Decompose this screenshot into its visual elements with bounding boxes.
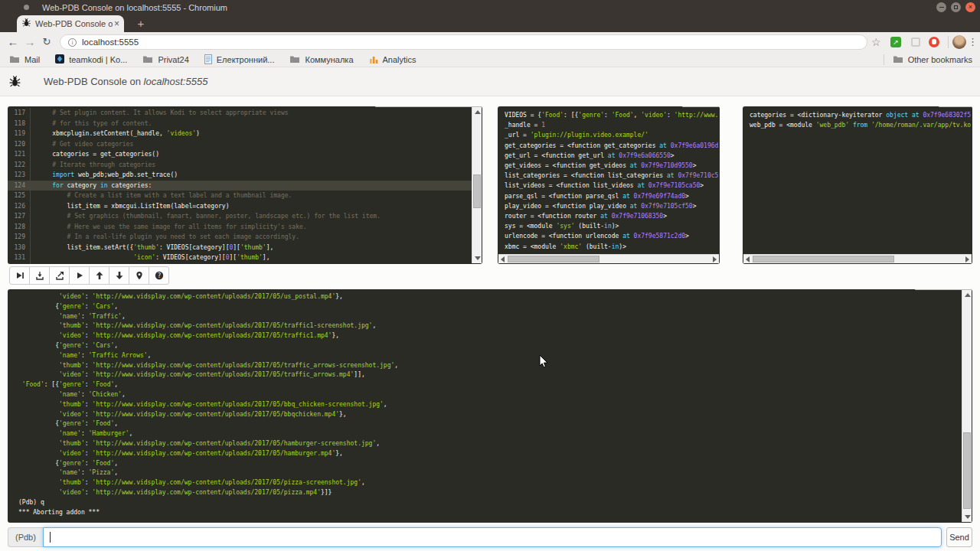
pdb-prompt-label: (Pdb) (8, 527, 43, 547)
folder-icon (289, 55, 300, 65)
scroll-left-icon[interactable] (501, 256, 505, 262)
globals-panel: Globals VIDEOS = {'Food': [{'genre': 'Fo… (498, 106, 720, 264)
globals-label: Globals (682, 106, 720, 107)
extension-green-icon[interactable]: ↗ (890, 37, 901, 47)
output-line: 'name': 'Pizza', (18, 468, 962, 478)
doc-icon (204, 54, 212, 66)
tab-close-icon[interactable]: × (114, 18, 119, 29)
scroll-down-icon[interactable] (965, 515, 971, 519)
code-line-122: 122 # Iterate through categories (8, 160, 472, 171)
bookmarks-bar: Mailteamkodi | Ko...Privat24Електронний.… (0, 52, 980, 67)
forward-button[interactable]: → (21, 32, 38, 52)
output-line: 'Food': [{'genre': 'Food', (18, 380, 962, 390)
output-line: {'genre': 'Cars', (18, 302, 962, 312)
scroll-up-icon[interactable] (475, 110, 481, 114)
address-bar[interactable]: i localhost:5555 (60, 34, 867, 50)
locals-horizontal-scrollbar[interactable] (743, 254, 972, 263)
profile-avatar[interactable] (952, 35, 966, 49)
code-line-127: 127 # Set graphics (thumbnail, fanart, b… (8, 211, 472, 222)
globals-horizontal-scrollbar[interactable] (498, 254, 719, 263)
output-line: 'thumb': 'http://www.vidsplay.com/wp-con… (18, 478, 962, 488)
debug-up-button[interactable] (89, 266, 109, 285)
output-line: urlencode = <function urlencode at 0x7f9… (505, 231, 718, 241)
output-line: 'video': 'http://www.vidsplay.com/wp-con… (18, 292, 962, 302)
code-lines: 117 # Set plugin content. It allows Kodi… (8, 108, 472, 264)
browser-window: Web-PDB Console on localhost:5555 - Chro… (0, 0, 980, 551)
output-line: *** Aborting addon *** (18, 508, 962, 518)
play-icon (75, 271, 84, 280)
reload-button[interactable]: ↻ (38, 32, 55, 52)
debug-next-button[interactable] (9, 266, 30, 285)
close-button[interactable]: × (965, 2, 975, 12)
code-line-119: 119 xbmcplugin.setContent(_handle, 'vide… (8, 129, 472, 139)
scroll-right-icon[interactable] (713, 256, 717, 262)
current-file-label: Current file: main.py(124) (375, 106, 482, 107)
output-line: xbmc = <module 'xbmc' (built-in)> (505, 242, 718, 252)
output-line: 'thumb': 'http://www.vidsplay.com/wp-con… (18, 439, 962, 449)
extension-red-icon[interactable] (929, 37, 939, 47)
scroll-left-icon[interactable] (746, 256, 750, 262)
tab-webpdb[interactable]: Web-PDB Console on loca × (17, 15, 124, 32)
scroll-right-icon[interactable] (965, 256, 969, 262)
debug-help-button[interactable]: ? (149, 266, 169, 285)
pdb-prompt-row: (Pdb) Send (8, 527, 972, 547)
output-line: parse_qsl = <function parse_qsl at 0x7f9… (505, 191, 718, 201)
locals-scroll-thumb[interactable] (753, 256, 894, 262)
minimize-button[interactable] (936, 2, 946, 12)
globals-scroll-thumb[interactable] (508, 256, 599, 262)
tab-strip: Web-PDB Console on loca × + (0, 15, 980, 32)
svg-text:?: ? (157, 272, 160, 279)
code-line-129: 129 # In a real-life plugin you need to … (8, 232, 472, 243)
bookmark-star-icon[interactable]: ☆ (871, 32, 881, 52)
output-line: _url = 'plugin://plugin.video.example/' (505, 130, 718, 140)
output-line: router = <function router at 0x7f9e71068… (505, 211, 718, 221)
bookmark-privat24[interactable]: Privat24 (142, 55, 188, 65)
step-into-icon (35, 271, 44, 280)
console-scroll-thumb[interactable] (963, 432, 971, 509)
other-bookmarks-button[interactable]: Other bookmarks (893, 52, 972, 67)
output-line: 'thumb': 'http://www.vidsplay.com/wp-con… (18, 361, 962, 371)
bookmark-label: Privat24 (158, 55, 188, 64)
bookmarks-list: Mailteamkodi | Ko...Privat24Електронний.… (9, 52, 416, 67)
bookmark-analytics[interactable]: Analytics (369, 54, 416, 65)
debug-where-button[interactable] (129, 266, 149, 285)
code-scroll-thumb[interactable] (473, 174, 481, 208)
bookmark-label: Analytics (383, 55, 416, 64)
locals-lines: categories = <dictionary-keyiterator obj… (743, 110, 971, 130)
debug-return-button[interactable] (49, 266, 70, 285)
bookmark-mail[interactable]: Mail (9, 55, 40, 65)
url-text[interactable]: localhost:5555 (82, 35, 139, 50)
bookmark-kommunalka[interactable]: Коммуналка (289, 55, 353, 65)
bookmark-elektronnij[interactable]: Електронний... (204, 54, 275, 66)
maximize-button[interactable] (951, 2, 961, 12)
locals-panel: Locals categories = <dictionary-keyitera… (743, 106, 972, 264)
page-title: Web-PDB Console on localhost:5555 (44, 67, 207, 96)
tab-title: Web-PDB Console on loca (35, 19, 113, 28)
code-vertical-scrollbar[interactable] (472, 107, 482, 263)
output-line: {'genre': 'Food', (18, 419, 962, 429)
site-info-icon[interactable]: i (68, 38, 77, 47)
mouse-cursor (539, 354, 549, 372)
debug-step-into-button[interactable] (29, 266, 50, 285)
debug-continue-button[interactable] (69, 266, 90, 285)
back-button[interactable]: ← (5, 32, 21, 52)
extension-ghost-icon[interactable] (911, 37, 920, 47)
page-header: Web-PDB Console on localhost:5555 (0, 67, 980, 96)
locals-label: Locals (939, 106, 972, 107)
globals-lines: VIDEOS = {'Food': [{'genre': 'Food', 'vi… (498, 110, 718, 252)
debug-down-button[interactable] (109, 266, 129, 285)
bookmark-teamkodi[interactable]: teamkodi | Ko... (55, 54, 127, 65)
new-tab-button[interactable]: + (132, 17, 150, 31)
folder-icon (9, 55, 20, 65)
browser-menu-icon[interactable]: ⋮ (968, 32, 978, 52)
step-out-icon (55, 271, 64, 280)
send-button[interactable]: Send (946, 527, 972, 547)
scroll-up-icon[interactable] (965, 293, 971, 297)
other-bookmarks-label: Other bookmarks (908, 55, 972, 64)
text-caret (50, 532, 51, 543)
console-vertical-scrollbar[interactable] (962, 290, 972, 522)
arrow-up-icon (95, 271, 104, 280)
scroll-down-icon[interactable] (475, 256, 481, 260)
app-icon (24, 5, 29, 10)
pdb-command-input[interactable] (43, 527, 942, 547)
